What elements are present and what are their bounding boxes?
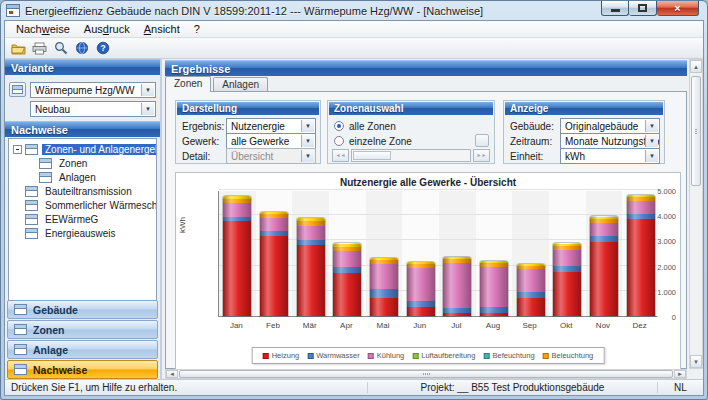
- y-tick-label: 1.000: [640, 288, 676, 297]
- tree-item-energieausweis[interactable]: Energieausweis: [9, 226, 156, 240]
- gridline: [219, 189, 657, 190]
- bar-m-r: [297, 218, 325, 316]
- zone-picker-button: [475, 134, 489, 147]
- table-icon: [14, 324, 27, 335]
- menu-item-ansicht[interactable]: Ansicht: [137, 22, 187, 36]
- tree-item-sommerlicher-w-rmeschutz[interactable]: Sommerlicher Wärmeschutz: [9, 198, 156, 212]
- bar-nov: [590, 216, 618, 316]
- scroll-right-icon[interactable]: ►: [674, 370, 686, 378]
- tab-bar: Zonen Anlagen: [165, 76, 687, 92]
- bar-apr: [333, 243, 361, 316]
- group-anzeige: Anzeige Gebäude: Originalgebäude ▼ Zeitr…: [503, 100, 665, 164]
- horizontal-scroll-thumb[interactable]: [179, 370, 673, 378]
- chevron-down-icon: ▼: [301, 120, 314, 132]
- nachweise-header: Nachweise: [5, 121, 160, 137]
- tree-item-label: Zonen: [56, 158, 90, 169]
- tab-anlagen[interactable]: Anlagen: [213, 77, 268, 92]
- status-language: NL: [657, 382, 703, 393]
- preview-button[interactable]: [50, 39, 71, 57]
- zeitraum-select[interactable]: Monate Nutzungstage ▼: [560, 133, 660, 149]
- nav-button-zonen[interactable]: Zonen: [7, 320, 158, 339]
- vertical-scroll-thumb[interactable]: [691, 76, 701, 186]
- tree-item-bauteiltransmission[interactable]: Bauteiltransmission: [9, 184, 156, 198]
- group-anzeige-title: Anzeige: [505, 102, 663, 115]
- table-icon: [39, 158, 52, 169]
- x-tick-label: Jan: [218, 321, 255, 330]
- variante-select[interactable]: Wärmepume Hzg/WW ▼: [30, 82, 156, 98]
- gebaeude-label: Gebäude:: [510, 121, 560, 132]
- nav-button-geb-ude[interactable]: Gebäude: [7, 300, 158, 319]
- close-button[interactable]: ×: [657, 1, 699, 16]
- main-panel: Ergebnisse Zonen Anlagen Darstellung Erg…: [163, 59, 703, 379]
- table-icon: [25, 200, 38, 211]
- app-window: Energieeffizienz Gebäude nach DIN V 1859…: [0, 0, 708, 400]
- segment-k-hlung: [407, 268, 435, 301]
- y-tick-label: 3.000: [640, 237, 676, 246]
- help-button[interactable]: ?: [92, 39, 113, 57]
- ergebnis-select[interactable]: Nutzenergie ▼: [226, 118, 316, 134]
- legend-label: Befeuchtung: [492, 351, 534, 360]
- segment-heizung: [480, 313, 508, 316]
- nav-button-label: Nachweise: [33, 364, 87, 376]
- legend-swatch: [483, 353, 489, 359]
- scroll-left-icon[interactable]: ◄: [166, 370, 178, 378]
- legend-swatch: [412, 353, 418, 359]
- tree-item-label: Zonen- und Anlagenergebnisse: [42, 144, 157, 155]
- menu-item-ausdruck[interactable]: Ausdruck: [77, 22, 137, 36]
- collapse-icon[interactable]: [13, 145, 22, 154]
- gebaeude-select[interactable]: Originalgebäude ▼: [560, 118, 660, 134]
- bar-aug: [480, 261, 508, 316]
- segment-k-hlung: [333, 251, 361, 267]
- legend-label: Heizung: [272, 351, 300, 360]
- legend-label: Luftaufbereitung: [421, 351, 475, 360]
- segment-k-hlung: [223, 203, 251, 217]
- online-button[interactable]: [71, 39, 92, 57]
- open-button[interactable]: [8, 39, 29, 57]
- segment-k-hlung: [443, 263, 471, 308]
- chart-title: Nutzenergie alle Gewerke - Übersicht: [176, 177, 680, 188]
- chevron-down-icon: ▼: [645, 150, 658, 162]
- menu-item-nachweise[interactable]: Nachweise: [9, 22, 77, 36]
- table-icon: [39, 172, 52, 183]
- maximize-button[interactable]: [629, 1, 657, 16]
- variante-manager-button[interactable]: [9, 82, 26, 97]
- einheit-select[interactable]: kWh ▼: [560, 148, 660, 164]
- legend-item-luftaufbereitung: Luftaufbereitung: [412, 351, 475, 360]
- nav-button-nachweise[interactable]: Nachweise: [7, 360, 158, 379]
- vertical-scrollbar[interactable]: ▲ ▼: [689, 59, 703, 369]
- radio-alle-zonen[interactable]: [334, 121, 344, 131]
- print-icon: [32, 42, 47, 55]
- window-frame: NachweiseAusdruckAnsicht?: [4, 20, 704, 396]
- minimize-button[interactable]: [601, 1, 629, 16]
- print-button[interactable]: [29, 39, 50, 57]
- scroll-down-icon[interactable]: ▼: [690, 355, 702, 368]
- ergebnis-select-value: Nutzenergie: [231, 121, 285, 132]
- segment-heizung: [407, 307, 435, 316]
- menu-item-help[interactable]: ?: [187, 22, 207, 36]
- bautyp-select[interactable]: Neubau ▼: [30, 101, 156, 117]
- tab-zonen[interactable]: Zonen: [165, 76, 211, 92]
- group-darstellung: Darstellung Ergebnis: Nutzenergie ▼ Gewe…: [175, 100, 321, 164]
- legend-swatch: [263, 353, 269, 359]
- status-help-text: Drücken Sie F1, um Hilfe zu erhalten.: [5, 382, 367, 393]
- x-tick-label: Jun: [401, 321, 438, 330]
- tree-item-zonen[interactable]: Zonen: [9, 156, 156, 170]
- segment-beleuchtung: [297, 218, 325, 226]
- tree-item-anlagen[interactable]: Anlagen: [9, 170, 156, 184]
- x-tick-label: Okt: [548, 321, 585, 330]
- chart-panel: Nutzenergie alle Gewerke - Übersicht kWh…: [175, 172, 681, 372]
- nav-button-label: Zonen: [33, 324, 65, 336]
- tree-item-zonen-und-anlagenergebnisse[interactable]: Zonen- und Anlagenergebnisse: [9, 142, 156, 156]
- radio-einzelne-zone[interactable]: [334, 136, 344, 146]
- segment-k-hlung: [553, 250, 581, 266]
- bar-jul: [443, 257, 471, 316]
- bar-mai: [370, 258, 398, 316]
- segment-k-hlung: [260, 218, 288, 231]
- horizontal-scrollbar[interactable]: ◄ ►: [165, 369, 687, 379]
- close-icon: ×: [674, 2, 680, 14]
- gewerk-select[interactable]: alle Gewerke ▼: [226, 133, 316, 149]
- tree-item-eew-rmeg[interactable]: EEWärmeG: [9, 212, 156, 226]
- zeitraum-label: Zeitraum:: [510, 136, 560, 147]
- scroll-up-icon[interactable]: ▲: [690, 60, 702, 73]
- nav-button-anlage[interactable]: Anlage: [7, 340, 158, 359]
